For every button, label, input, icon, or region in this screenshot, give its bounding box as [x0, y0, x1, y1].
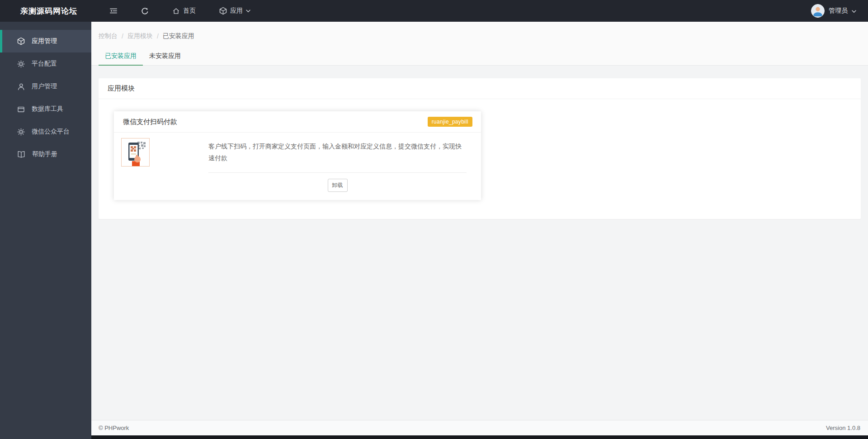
divider — [208, 172, 467, 173]
sidebar-item-label: 平台配置 — [32, 60, 57, 68]
refresh-button[interactable] — [129, 0, 160, 22]
footer-version: Version 1.0.8 — [826, 425, 860, 431]
uninstall-button[interactable]: 卸载 — [328, 179, 348, 192]
app-card-wechat-pay: 微信支付扫码付款 ruanjie_paybill — [114, 111, 481, 200]
gear-icon — [17, 60, 25, 68]
avatar — [811, 4, 825, 18]
sidebar-item-app-management[interactable]: 应用管理 — [0, 30, 91, 52]
app-nav-item[interactable]: 应用 — [208, 0, 262, 22]
sidebar-item-label: 用户管理 — [32, 82, 57, 91]
sidebar: 应用管理 平台配置 用户管理 数据库工具 — [0, 22, 91, 439]
sidebar-item-label: 帮助手册 — [32, 150, 57, 158]
topbar-nav: 首页 应用 — [98, 0, 262, 22]
topbar: 亲测源码网论坛 — [0, 0, 868, 22]
tab-bar: 已安装应用 未安装应用 — [91, 48, 868, 66]
panel-body: 微信支付扫码付款 ruanjie_paybill — [99, 99, 861, 219]
breadcrumb-item-app-module[interactable]: 应用模块 — [127, 32, 153, 40]
sidebar-item-wechat-platform[interactable]: 微信公众平台 — [0, 120, 91, 143]
collapse-sidebar-button[interactable] — [98, 0, 129, 22]
gear-icon — [17, 128, 25, 136]
footer-copyright: © PHPwork — [99, 425, 129, 431]
chevron-down-icon — [246, 10, 250, 13]
sidebar-item-label: 微信公众平台 — [32, 128, 70, 136]
user-menu[interactable]: 管理员 — [799, 0, 868, 22]
cube-icon — [219, 7, 227, 15]
page-header: 控制台 / 应用模块 / 已安装应用 已安装应用 未安装应用 — [91, 22, 868, 66]
app-description: 客户线下扫码，打开商家定义支付页面，输入金额和对应定义信息，提交微信支付，实现快… — [208, 140, 467, 164]
breadcrumb-separator: / — [157, 33, 159, 40]
panel-title: 应用模块 — [99, 78, 861, 99]
cube-icon — [17, 37, 25, 45]
book-icon — [17, 151, 25, 158]
app-thumbnail-image — [121, 138, 150, 167]
app-description-column: 客户线下扫码，打开商家定义支付页面，输入金额和对应定义信息，提交微信支付，实现快… — [208, 137, 474, 192]
tab-uninstalled-apps[interactable]: 未安装应用 — [143, 48, 187, 66]
bottom-strip — [91, 435, 868, 439]
footer: © PHPwork Version 1.0.8 — [91, 420, 868, 435]
home-nav-item[interactable]: 首页 — [160, 0, 208, 22]
sidebar-item-database-tools[interactable]: 数据库工具 — [0, 98, 91, 120]
app-card-title: 微信支付扫码付款 — [123, 118, 177, 126]
app-nav-label: 应用 — [230, 7, 243, 15]
sidebar-item-user-management[interactable]: 用户管理 — [0, 75, 91, 98]
chevron-down-icon — [852, 7, 856, 14]
refresh-icon — [141, 7, 149, 15]
collapse-menu-icon — [109, 7, 118, 14]
app-thumbnail-column — [121, 137, 208, 192]
brand-title: 亲测源码网论坛 — [0, 6, 91, 16]
user-icon — [17, 83, 25, 91]
app-card-body: 客户线下扫码，打开商家定义支付页面，输入金额和对应定义信息，提交微信支付，实现快… — [114, 133, 481, 200]
app-card-header: 微信支付扫码付款 ruanjie_paybill — [114, 111, 481, 133]
breadcrumb: 控制台 / 应用模块 / 已安装应用 — [91, 22, 868, 40]
breadcrumb-item-installed-apps: 已安装应用 — [163, 32, 194, 40]
username-label: 管理员 — [829, 7, 848, 15]
main-area: 控制台 / 应用模块 / 已安装应用 已安装应用 未安装应用 应用模块 微信支付… — [91, 22, 868, 439]
breadcrumb-item-console[interactable]: 控制台 — [99, 32, 118, 40]
window-icon — [17, 105, 25, 113]
content-area: 应用模块 微信支付扫码付款 ruanjie_paybill — [91, 66, 868, 420]
app-identifier-badge: ruanjie_paybill — [428, 117, 472, 127]
sidebar-item-label: 应用管理 — [32, 37, 57, 45]
sidebar-item-help-manual[interactable]: 帮助手册 — [0, 143, 91, 166]
app-module-panel: 应用模块 微信支付扫码付款 ruanjie_paybill — [99, 78, 861, 219]
breadcrumb-separator: / — [122, 33, 123, 40]
home-nav-label: 首页 — [183, 7, 196, 15]
sidebar-item-platform-config[interactable]: 平台配置 — [0, 52, 91, 75]
tab-installed-apps[interactable]: 已安装应用 — [99, 48, 143, 66]
sidebar-item-label: 数据库工具 — [32, 105, 63, 113]
home-icon — [172, 7, 180, 15]
